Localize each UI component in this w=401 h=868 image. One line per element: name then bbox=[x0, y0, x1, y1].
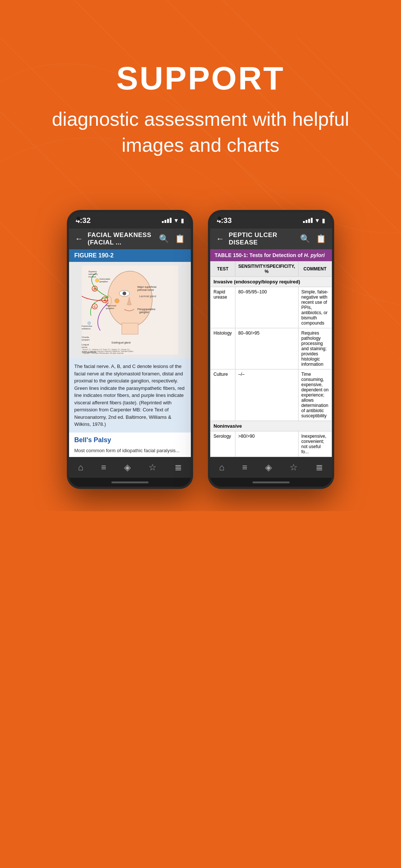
table-row: Histology 80–90/>95 Requires pathology p… bbox=[211, 328, 332, 369]
hero-title: SUPPORT bbox=[30, 59, 371, 97]
search-icon-left[interactable]: 🔍 bbox=[159, 234, 169, 244]
sensitivity-serology: >80/>90 bbox=[235, 431, 298, 457]
svg-text:Sublingual gland: Sublingual gland bbox=[111, 341, 131, 344]
svg-text:salivatory: salivatory bbox=[88, 273, 98, 275]
hero-subtitle: diagnostic assessment with helpful image… bbox=[30, 106, 371, 158]
section-invasive: Invasive (endoscopy/biopsy required) bbox=[211, 277, 332, 287]
home-indicator-right bbox=[210, 478, 332, 487]
figure-image-area: Superior salivatory nucleus Geniculate g… bbox=[69, 262, 191, 358]
section-noninvasive: Noninvasive bbox=[211, 421, 332, 431]
app-header-right: ← PEPTIC ULCER DISEASE 🔍 📋 bbox=[210, 228, 332, 249]
menu-icon-left[interactable]: ≡ bbox=[101, 462, 106, 473]
signal-bar-r1 bbox=[303, 221, 305, 223]
comment-serology: Inexpensive, convenient; not useful fo..… bbox=[298, 431, 332, 457]
test-serology: Serology bbox=[211, 431, 235, 457]
table-row: Serology >80/>90 Inexpensive, convenient… bbox=[211, 431, 332, 457]
list-icon-right[interactable]: ≣ bbox=[316, 462, 323, 473]
signal-bar-2 bbox=[164, 220, 166, 223]
signal-icon-left bbox=[162, 218, 172, 223]
notes-icon-right[interactable]: 📋 bbox=[316, 234, 326, 244]
svg-text:ganglion: ganglion bbox=[106, 307, 114, 309]
star-icon-right[interactable]: ☆ bbox=[290, 462, 298, 473]
menu-icon-right[interactable]: ≡ bbox=[242, 462, 247, 473]
header-icons-right: 🔍 📋 bbox=[300, 234, 326, 244]
bottom-nav-right: ⌂ ≡ ◈ ☆ ≣ bbox=[210, 457, 332, 478]
comment-rapid-urease: Simple, false-negative with recent use o… bbox=[298, 287, 332, 328]
search-icon-right[interactable]: 🔍 bbox=[300, 234, 310, 244]
facial-nerve-diagram: Superior salivatory nucleus Geniculate g… bbox=[82, 266, 178, 355]
battery-icon-left: ▮ bbox=[181, 217, 184, 224]
status-bar-left: 4:32 ▾ ▮ bbox=[69, 212, 191, 228]
table-title-bar: TABLE 150-1: Tests for Detection of H. p… bbox=[210, 249, 332, 261]
svg-text:A: A bbox=[104, 298, 106, 302]
svg-text:nucleus: nucleus bbox=[88, 276, 96, 278]
svg-text:Lingual: Lingual bbox=[82, 343, 89, 346]
svg-text:Trigeminal: Trigeminal bbox=[106, 305, 116, 307]
svg-text:B: B bbox=[94, 287, 96, 291]
svg-text:Geniculate: Geniculate bbox=[100, 278, 110, 280]
comment-culture: Time consuming, expensive, dependent on … bbox=[298, 369, 332, 421]
phone-right: 4:33 ▾ ▮ ← PEPTIC ULCER DISEASE 🔍 📋 bbox=[208, 210, 334, 489]
app-header-left: ← FACIAL WEAKNESS (FACIAL ... 🔍 📋 bbox=[69, 228, 191, 249]
svg-text:Chorda: Chorda bbox=[82, 336, 89, 338]
home-icon-left[interactable]: ⌂ bbox=[78, 462, 84, 473]
tag-icon-right[interactable]: ◈ bbox=[265, 462, 272, 473]
signal-bar-1 bbox=[162, 221, 164, 223]
header-icons-left: 🔍 📋 bbox=[159, 234, 185, 244]
back-button-right[interactable]: ← bbox=[216, 234, 224, 244]
signal-icon-right bbox=[303, 218, 313, 223]
home-indicator-left bbox=[69, 478, 191, 487]
svg-text:ganglion: ganglion bbox=[100, 280, 108, 283]
signal-bar-r3 bbox=[308, 219, 310, 223]
wifi-icon-left: ▾ bbox=[175, 216, 178, 224]
svg-text:Pterygopalatine: Pterygopalatine bbox=[137, 308, 156, 311]
sensitivity-histology: 80–90/>95 bbox=[235, 328, 298, 369]
home-icon-right[interactable]: ⌂ bbox=[219, 462, 225, 473]
svg-text:tympani: tympani bbox=[82, 339, 89, 341]
noninvasive-header: Noninvasive bbox=[211, 421, 332, 431]
back-button-left[interactable]: ← bbox=[75, 234, 83, 244]
bells-palsy-text: Most common form of idiopathic facial pa… bbox=[69, 448, 191, 457]
test-rapid-urease: Rapid urease bbox=[211, 287, 235, 328]
svg-point-23 bbox=[115, 299, 119, 303]
svg-text:Fasciculus: Fasciculus bbox=[82, 325, 92, 327]
tag-icon-left[interactable]: ◈ bbox=[124, 462, 131, 473]
hero-section: SUPPORT diagnostic assessment with helpf… bbox=[0, 0, 401, 188]
svg-point-9 bbox=[108, 271, 152, 327]
bottom-section bbox=[0, 511, 401, 660]
page-title-left: FACIAL WEAKNESS (FACIAL ... bbox=[88, 231, 154, 246]
svg-text:C: C bbox=[94, 305, 96, 309]
page-title-right: PEPTIC ULCER DISEASE bbox=[229, 231, 296, 246]
svg-text:Major superficial: Major superficial bbox=[137, 286, 156, 289]
home-bar-left bbox=[111, 481, 149, 483]
hp-pylori-table: TEST SENSITIVITY/SPECIFICITY, % COMMENT … bbox=[210, 261, 332, 457]
star-icon-left[interactable]: ☆ bbox=[149, 462, 157, 473]
signal-bar-4 bbox=[170, 218, 172, 223]
svg-text:nerve: nerve bbox=[82, 346, 88, 348]
list-icon-left[interactable]: ≣ bbox=[175, 462, 182, 473]
status-icons-left: ▾ ▮ bbox=[162, 216, 184, 224]
col-test: TEST bbox=[211, 262, 235, 277]
svg-point-17 bbox=[95, 279, 99, 282]
screen-content-left: FIGURE 190-2 bbox=[69, 249, 191, 457]
phone-left: 4:32 ▾ ▮ ← FACIAL WEAKNESS (FACIAL ... 🔍… bbox=[67, 210, 193, 489]
svg-text:Superior: Superior bbox=[88, 270, 97, 273]
svg-point-30 bbox=[88, 322, 91, 325]
sensitivity-rapid-urease: 80–95/95–100 bbox=[235, 287, 298, 328]
comment-histology: Requires pathology processing and staini… bbox=[298, 328, 332, 369]
table-row: Culture –/– Time consuming, expensive, d… bbox=[211, 369, 332, 421]
invasive-header: Invasive (endoscopy/biopsy required) bbox=[211, 277, 332, 287]
svg-text:Copyright: © McGraw-Hill Educa: Copyright: © McGraw-Hill Education. All … bbox=[82, 352, 124, 354]
signal-bar-r2 bbox=[306, 220, 307, 223]
figure-header: FIGURE 190-2 bbox=[69, 249, 191, 262]
test-histology: Histology bbox=[211, 328, 235, 369]
col-sensitivity: SENSITIVITY/SPECIFICITY, % bbox=[235, 262, 298, 277]
svg-rect-10 bbox=[122, 323, 138, 334]
col-comment: COMMENT bbox=[298, 262, 332, 277]
svg-point-12 bbox=[123, 292, 126, 295]
signal-bar-r4 bbox=[311, 218, 313, 223]
bells-palsy-title: Bell's Palsy bbox=[69, 433, 191, 448]
notes-icon-left[interactable]: 📋 bbox=[175, 234, 185, 244]
battery-icon-right: ▮ bbox=[322, 217, 325, 224]
svg-text:petrosal nerve: petrosal nerve bbox=[137, 289, 154, 292]
